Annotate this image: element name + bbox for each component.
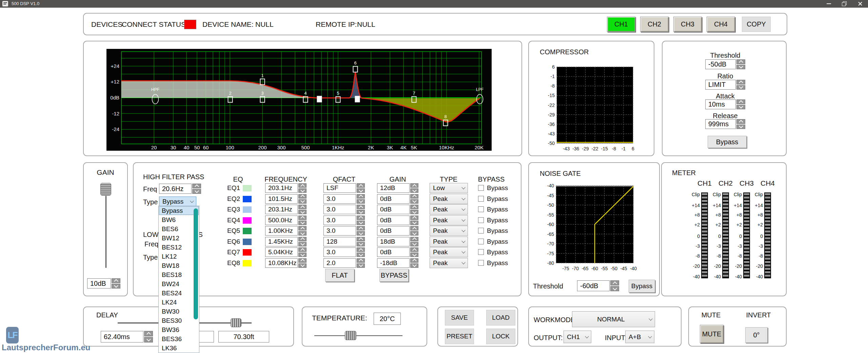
preset-button[interactable]: PRESET <box>445 329 474 344</box>
eq-bypass-checkbox[interactable] <box>478 239 484 244</box>
eq-qfact-field[interactable]: 3.0 <box>323 205 356 214</box>
spin-up-button[interactable] <box>298 216 307 220</box>
hpf-freq-spinner[interactable] <box>192 184 201 194</box>
type-option-bypass[interactable]: Bypass <box>159 206 199 215</box>
channel-button-ch1[interactable]: CH1 <box>607 17 635 32</box>
hpf-freq-field[interactable]: 20.6Hz <box>159 184 192 194</box>
spin-down-button[interactable] <box>298 210 307 214</box>
spin-up-button[interactable] <box>298 194 307 199</box>
type-option-lk24[interactable]: LK24 <box>159 298 199 307</box>
eq-qfact-field[interactable]: 3.0 <box>323 247 356 257</box>
eq-bypass-checkbox[interactable] <box>478 185 484 191</box>
spin-up-button[interactable] <box>357 205 365 209</box>
spin-down-button[interactable] <box>357 210 365 214</box>
eq-qfact-spinner[interactable] <box>357 205 365 214</box>
type-option-bes36[interactable]: BES36 <box>159 334 199 343</box>
spin-up-button[interactable] <box>357 237 365 241</box>
compressor-bypass-button[interactable]: Bypass <box>708 136 747 148</box>
spin-up-button[interactable] <box>610 280 619 285</box>
spin-up-button[interactable] <box>192 184 201 188</box>
spin-down-button[interactable] <box>736 65 745 70</box>
spin-down-button[interactable] <box>410 210 418 214</box>
spin-down-button[interactable] <box>410 188 418 193</box>
type-option-bes24[interactable]: BES24 <box>159 289 199 298</box>
eq-qfact-field[interactable]: LSF <box>323 183 356 193</box>
release-spinner[interactable] <box>736 119 745 129</box>
spin-up-button[interactable] <box>736 59 745 64</box>
eq-gain-spinner[interactable] <box>410 226 418 236</box>
spin-up-button[interactable] <box>357 247 365 252</box>
spin-up-button[interactable] <box>736 80 745 85</box>
spin-down-button[interactable] <box>410 242 418 246</box>
noise-gate-bypass-button[interactable]: Bypass <box>629 280 655 293</box>
spin-up-button[interactable] <box>298 237 307 241</box>
eq-gain-field[interactable]: 0dB <box>377 194 410 204</box>
noise-gate-threshold-spinner[interactable] <box>610 280 619 291</box>
spin-down-button[interactable] <box>410 263 418 268</box>
hpf-type-dropdown-list[interactable]: BypassBW6BES6BW12BES12LK12BW18BES18BW24B… <box>158 206 199 353</box>
delay-ms-field[interactable]: 62.40ms <box>101 331 143 342</box>
eq-bypass-checkbox[interactable] <box>478 206 484 212</box>
ratio-spinner[interactable] <box>736 80 745 90</box>
eq-gain-spinner[interactable] <box>410 237 418 246</box>
eq-qfact-field[interactable]: 128 <box>323 237 356 246</box>
type-option-bw24[interactable]: BW24 <box>159 279 199 289</box>
eq-frequency-spinner[interactable] <box>298 237 307 246</box>
spin-down-button[interactable] <box>357 188 365 193</box>
spin-down-button[interactable] <box>410 221 418 225</box>
spin-down-button[interactable] <box>144 337 153 342</box>
type-option-bes12[interactable]: BES12 <box>159 243 199 252</box>
eq-bypass-checkbox[interactable] <box>478 196 484 202</box>
type-option-bes18[interactable]: BES18 <box>159 270 199 279</box>
temperature-slider-track[interactable] <box>314 335 402 336</box>
spin-up-button[interactable] <box>410 205 418 209</box>
type-option-bes6[interactable]: BES6 <box>159 224 199 234</box>
eq-qfact-field[interactable]: 3.0 <box>323 194 356 204</box>
spin-up-button[interactable] <box>410 226 418 230</box>
type-option-bw12[interactable]: BW12 <box>159 234 199 243</box>
eq-qfact-spinner[interactable] <box>357 194 365 204</box>
spin-down-button[interactable] <box>736 105 745 110</box>
spin-down-button[interactable] <box>298 242 307 246</box>
restore-icon[interactable] <box>842 2 846 6</box>
eq-type-select[interactable]: Peak <box>430 215 468 225</box>
eq-qfact-spinner[interactable] <box>357 247 365 257</box>
gain-spinner[interactable] <box>112 278 120 289</box>
spin-down-button[interactable] <box>410 199 418 204</box>
spin-down-button[interactable] <box>298 188 307 193</box>
channel-button-ch2[interactable]: CH2 <box>640 17 669 32</box>
eq-frequency-spinner[interactable] <box>298 205 307 214</box>
spin-down-button[interactable] <box>298 221 307 225</box>
eq-bypass-checkbox[interactable] <box>478 249 484 255</box>
save-button[interactable]: SAVE <box>445 310 474 326</box>
eq-type-select[interactable]: Peak <box>430 258 468 268</box>
spin-up-button[interactable] <box>410 183 418 188</box>
spin-down-button[interactable] <box>357 231 365 236</box>
eq-qfact-field[interactable]: 2.0 <box>323 258 356 268</box>
spin-up-button[interactable] <box>410 247 418 252</box>
eq-graph-canvas[interactable]: 12345678HPFLPF+24+120dB-12-2420304050601… <box>106 49 492 151</box>
spin-up-button[interactable] <box>357 226 365 230</box>
spin-down-button[interactable] <box>298 263 307 268</box>
delay-ft-field[interactable]: 70.30ft <box>218 331 269 342</box>
eq-bypass-all-button[interactable]: BYPASS <box>379 269 409 282</box>
eq-frequency-spinner[interactable] <box>298 183 307 193</box>
eq-frequency-field[interactable]: 500.0Hz <box>265 216 298 225</box>
spin-up-button[interactable] <box>736 119 745 124</box>
eq-bypass-checkbox[interactable] <box>478 260 484 266</box>
temperature-slider-handle[interactable] <box>345 331 356 340</box>
eq-frequency-field[interactable]: 101.5Hz <box>265 194 298 204</box>
spin-down-button[interactable] <box>357 221 365 225</box>
channel-button-ch3[interactable]: CH3 <box>673 17 702 32</box>
spin-up-button[interactable] <box>112 278 120 283</box>
eq-gain-spinner[interactable] <box>410 247 418 257</box>
delay-ms-spinner[interactable] <box>144 331 153 342</box>
release-field[interactable]: 999ms <box>705 119 736 129</box>
threshold-field[interactable]: -50dB <box>705 59 736 69</box>
type-option-lk36[interactable]: LK36 <box>159 343 199 353</box>
spin-down-button[interactable] <box>357 199 365 204</box>
spin-down-button[interactable] <box>298 231 307 236</box>
dropdown-scrollbar-thumb[interactable] <box>194 208 198 319</box>
spin-up-button[interactable] <box>410 216 418 220</box>
type-option-bw18[interactable]: BW18 <box>159 261 199 270</box>
